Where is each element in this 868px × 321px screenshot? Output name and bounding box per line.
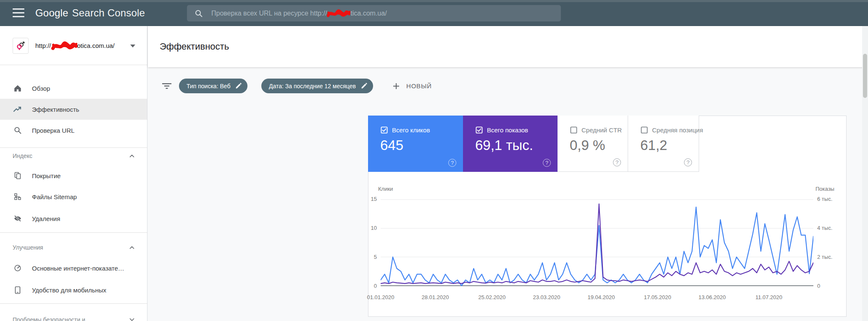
checkbox-unchecked-icon[interactable] — [641, 126, 648, 134]
metric-card-total-clicks[interactable]: Всего кликов 645 — [368, 116, 463, 172]
y-axis-tick: 6 тыс. — [817, 196, 832, 202]
chevron-down-icon — [129, 318, 134, 321]
metric-card-average-position[interactable]: Средняя позиция 61,2 — [628, 116, 699, 172]
sidebar-section-enhancements[interactable]: Улучшения — [0, 239, 147, 255]
right-axis-title: Показы — [815, 186, 834, 192]
sidebar-item-label: Основные интернет-показате… — [32, 265, 124, 272]
sidebar-item-url-inspection[interactable]: Проверка URL — [0, 120, 147, 141]
new-filter-button[interactable]: НОВЫЙ — [393, 82, 432, 89]
sidebar-item-label: Проверка URL — [32, 127, 74, 134]
sidebar-item-label: Эффективность — [32, 106, 79, 113]
help-icon[interactable] — [613, 158, 621, 166]
metric-card-average-ctr[interactable]: Средний CTR 0,9 % — [558, 116, 628, 172]
sidebar-item-core-web-vitals[interactable]: Основные интернет-показате… — [0, 258, 147, 279]
edit-pencil-icon[interactable] — [361, 83, 367, 89]
chevron-up-icon — [129, 154, 134, 158]
property-dropdown-caret-icon — [130, 45, 135, 47]
y-axis-tick: 2 тыс. — [817, 254, 832, 260]
search-placeholder: Проверка всех URL на ресурсе http:// tic… — [211, 9, 387, 18]
x-axis-tick: 13.06.2020 — [698, 294, 726, 300]
smartphone-icon — [13, 286, 23, 294]
performance-panel: Всего кликов 645 Всего показов 69,1 тыс.… — [368, 116, 847, 317]
y-axis-tick: 0 — [817, 283, 820, 289]
sidebar: http:// otica.com.ua/ Обзор Эффективност… — [0, 26, 147, 321]
metric-value: 69,1 тыс. — [475, 137, 533, 153]
x-axis-tick: 23.03.2020 — [533, 294, 560, 300]
sitemap-icon — [13, 193, 23, 200]
y-axis-tick: 5 — [365, 254, 377, 260]
eye-off-icon — [13, 215, 23, 222]
scrollbar-thumb[interactable] — [863, 54, 867, 98]
search-icon — [195, 9, 203, 18]
app-logo: Google Search Console — [35, 0, 145, 26]
property-favicon — [13, 38, 29, 54]
top-bar: Google Search Console Проверка всех URL … — [0, 0, 868, 26]
redaction-scribble — [51, 41, 77, 51]
checkbox-unchecked-icon[interactable] — [570, 126, 577, 134]
x-axis-tick: 25.02.2020 — [478, 294, 505, 300]
checkbox-checked-icon[interactable] — [381, 126, 388, 134]
x-axis-tick: 01.01.2020 — [367, 294, 394, 300]
filter-chip-search-type[interactable]: Тип поиска: Веб — [179, 79, 247, 93]
plus-icon — [393, 83, 400, 89]
sidebar-section-index[interactable]: Индекс — [0, 148, 147, 164]
left-axis-title: Клики — [378, 186, 393, 192]
logo-google-text: Google — [35, 7, 68, 19]
redaction-scribble — [327, 9, 350, 18]
sidebar-item-label: Покрытие — [32, 172, 60, 179]
checkbox-checked-icon[interactable] — [476, 126, 483, 134]
property-url: http:// otica.com.ua/ — [35, 26, 115, 65]
metric-value: 0,9 % — [570, 137, 605, 153]
y-axis-tick: 0 — [365, 283, 377, 289]
sidebar-divider — [0, 303, 147, 304]
edit-pencil-icon[interactable] — [235, 83, 242, 89]
speedometer-icon — [13, 264, 23, 272]
help-icon[interactable] — [448, 159, 456, 167]
x-axis-tick: 28.01.2020 — [421, 294, 449, 300]
y-axis-tick: 10 — [365, 225, 377, 231]
google-search-console-app: Google Search Console Проверка всех URL … — [0, 0, 868, 321]
sidebar-item-removals[interactable]: Удаления — [0, 208, 147, 229]
page-header: Эффективность — [148, 26, 868, 67]
x-axis-tick: 11.07.2020 — [755, 294, 782, 300]
chevron-up-icon — [129, 246, 134, 249]
filter-list-icon[interactable] — [162, 83, 171, 89]
property-selector[interactable]: http:// otica.com.ua/ — [0, 26, 147, 65]
metric-card-total-impressions[interactable]: Всего показов 69,1 тыс. — [463, 116, 558, 172]
trending-up-icon — [13, 106, 23, 112]
sidebar-section-security-issues[interactable]: Проблемы безопасности и — [0, 312, 147, 321]
y-axis-tick: 4 тыс. — [817, 225, 832, 231]
metric-value: 645 — [380, 137, 403, 153]
chart-plot — [381, 199, 813, 287]
sidebar-item-label: Обзор — [32, 85, 50, 92]
sidebar-item-performance[interactable]: Эффективность — [0, 99, 147, 120]
scrollbar-track — [862, 26, 868, 321]
help-icon[interactable] — [684, 158, 692, 166]
x-axis-tick: 17.05.2020 — [644, 294, 671, 300]
help-icon[interactable] — [543, 159, 551, 167]
y-axis-tick: 15 — [365, 196, 377, 202]
home-icon — [13, 84, 23, 92]
hamburger-menu-icon[interactable] — [13, 8, 24, 18]
magnifier-icon — [13, 126, 23, 134]
sidebar-item-sitemaps[interactable]: Файлы Sitemap — [0, 186, 147, 207]
url-inspection-search-input[interactable]: Проверка всех URL на ресурсе http:// tic… — [187, 5, 561, 21]
x-axis-tick: 19.04.2020 — [587, 294, 615, 300]
filter-chip-date-range[interactable]: Дата: За последние 12 месяцев — [261, 79, 373, 93]
sidebar-item-label: Удаления — [32, 215, 60, 222]
sidebar-item-label: Удобство для мобильных — [32, 287, 106, 294]
page-title: Эффективность — [160, 41, 229, 52]
sidebar-item-mobile-usability[interactable]: Удобство для мобильных — [0, 279, 147, 300]
sidebar-divider — [0, 232, 147, 233]
sidebar-item-label: Файлы Sitemap — [32, 193, 77, 200]
coverage-icon — [13, 172, 23, 179]
metric-value: 61,2 — [640, 137, 667, 153]
sidebar-item-overview[interactable]: Обзор — [0, 78, 147, 99]
logo-product-text: Search Console — [72, 7, 145, 19]
sidebar-item-coverage[interactable]: Покрытие — [0, 165, 147, 186]
